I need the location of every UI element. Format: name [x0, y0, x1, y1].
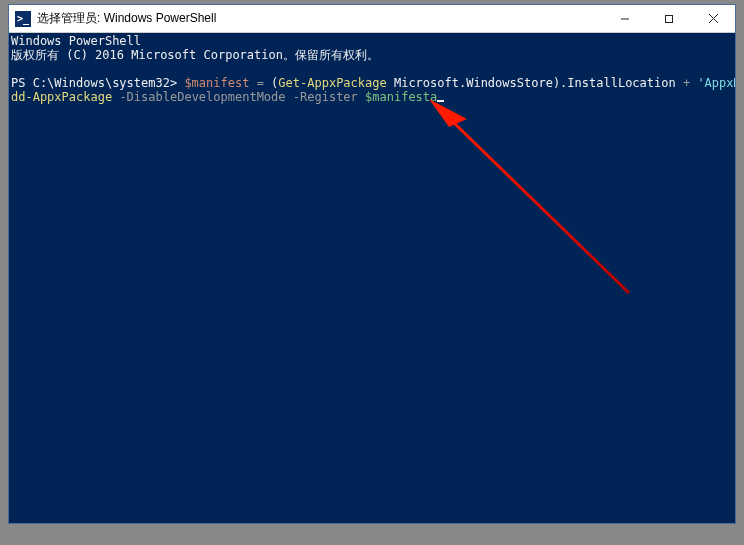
annotation-arrow: [9, 33, 735, 523]
tok-cmdlet2: dd-AppxPackage: [11, 90, 112, 104]
titlebar[interactable]: >_ 选择管理员: Windows PowerShell: [9, 5, 735, 33]
tok-str: 'AppxManifest.xml': [697, 76, 735, 90]
powershell-icon: >_: [15, 11, 31, 27]
tok-eq: =: [249, 76, 271, 90]
tok-arg1: Microsoft.WindowsStore: [387, 76, 553, 90]
close-button[interactable]: [691, 5, 735, 32]
tok-var2: $manifesta: [365, 90, 437, 104]
minimize-button[interactable]: [603, 5, 647, 32]
minimize-icon: [620, 14, 630, 24]
banner-line1: Windows PowerShell: [11, 34, 141, 48]
tok-cmdlet1: Get-AppxPackage: [278, 76, 386, 90]
text-cursor: [437, 100, 444, 102]
maximize-button[interactable]: [647, 5, 691, 32]
window-title: 选择管理员: Windows PowerShell: [37, 10, 603, 27]
tok-flag2: -Register: [293, 90, 365, 104]
close-icon: [708, 13, 719, 24]
terminal-area[interactable]: Windows PowerShell 版权所有 (C) 2016 Microso…: [9, 33, 735, 523]
tok-plus: +: [683, 76, 697, 90]
powershell-window: >_ 选择管理员: Windows PowerShell Windows Pow…: [8, 4, 736, 524]
prompt-path: PS C:\Windows\system32>: [11, 76, 184, 90]
window-controls: [603, 5, 735, 32]
svg-rect-1: [666, 15, 673, 22]
tok-flag1: -DisableDevelopmentMode: [112, 90, 293, 104]
tok-var1: $manifest: [184, 76, 249, 90]
powershell-icon-glyph: >_: [17, 13, 29, 24]
tok-close-prop: ).InstallLocation: [553, 76, 683, 90]
maximize-icon: [664, 14, 674, 24]
banner-line2: 版权所有 (C) 2016 Microsoft Corporation。保留所有…: [11, 48, 379, 62]
